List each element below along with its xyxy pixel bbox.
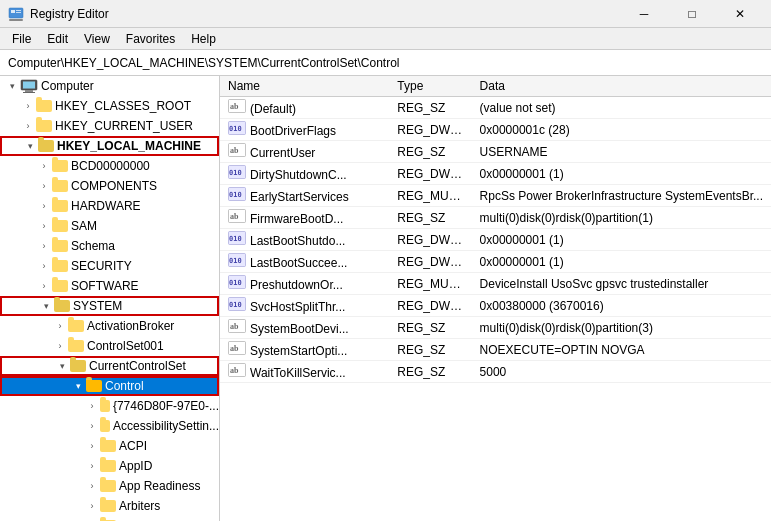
table-row[interactable]: 010DirtyShutdownC...REG_DWORD0x00000001 … [220,163,771,185]
expand-icon-security[interactable]: › [36,258,52,274]
svg-text:ab: ab [230,322,239,331]
menu-file[interactable]: File [4,30,39,48]
tree-item-hkcu[interactable]: › HKEY_CURRENT_USER [0,116,219,136]
table-row[interactable]: 010PreshutdownOr...REG_MULTI_SZDeviceIns… [220,273,771,295]
tree-item-hardware[interactable]: › HARDWARE [0,196,219,216]
tree-label-hklm: HKEY_LOCAL_MACHINE [57,139,201,153]
tree-item-accessibility[interactable]: › AccessibilitySettin... [0,416,219,436]
svg-text:ab: ab [230,366,239,375]
svg-text:ab: ab [230,344,239,353]
tree-item-system[interactable]: ▾ SYSTEM [0,296,219,316]
expand-icon-arb[interactable]: › [84,498,100,514]
menu-edit[interactable]: Edit [39,30,76,48]
tree-item-currentcontrolset[interactable]: ▾ CurrentControlSet [0,356,219,376]
tree-item-7746[interactable]: › {7746D80F-97E0-... [0,396,219,416]
svg-rect-4 [9,19,23,21]
reg-value-icon: ab [228,143,246,157]
folder-icon-software [52,280,68,292]
expand-icon-bcd[interactable]: › [36,158,52,174]
expand-icon-acc[interactable]: › [84,418,100,434]
reg-value-type: REG_MULTI_SZ [389,273,471,295]
expand-icon-appid[interactable]: › [84,458,100,474]
svg-text:ab: ab [230,102,239,111]
expand-icon-7746[interactable]: › [84,398,100,414]
expand-icon-hkcr[interactable]: › [20,98,36,114]
maximize-button[interactable]: □ [669,0,715,28]
col-header-name[interactable]: Name [220,76,389,97]
expand-icon-ccs[interactable]: ▾ [54,358,70,374]
expand-icon-ctrl[interactable]: ▾ [70,378,86,394]
tree-item-software[interactable]: › SOFTWARE [0,276,219,296]
table-row[interactable]: 010LastBootSuccee...REG_DWORD0x00000001 … [220,251,771,273]
reg-value-type: REG_SZ [389,207,471,229]
tree-item-hklm[interactable]: ▾ HKEY_LOCAL_MACHINE [0,136,219,156]
tree-item-components[interactable]: › COMPONENTS [0,176,219,196]
menu-view[interactable]: View [76,30,118,48]
expand-icon-system[interactable]: ▾ [38,298,54,314]
expand-icon-hklm[interactable]: ▾ [22,138,38,154]
table-row[interactable]: abCurrentUserREG_SZUSERNAME [220,141,771,163]
tree-item-sam[interactable]: › SAM [0,216,219,236]
folder-icon-acc [100,420,110,432]
expand-icon[interactable]: ▾ [4,78,20,94]
menu-favorites[interactable]: Favorites [118,30,183,48]
reg-value-data: multi(0)disk(0)rdisk(0)partition(1) [472,207,771,229]
right-panel[interactable]: Name Type Data ab(Default)REG_SZ(value n… [220,76,771,521]
registry-icon [8,6,24,22]
table-row[interactable]: abFirmwareBootD...REG_SZmulti(0)disk(0)r… [220,207,771,229]
tree-label-arb: Arbiters [119,499,160,513]
tree-item-arbiters[interactable]: › Arbiters [0,496,219,516]
tree-item-bcd[interactable]: › BCD00000000 [0,156,219,176]
expand-icon-hardware[interactable]: › [36,198,52,214]
reg-value-icon: ab [228,319,246,333]
table-row[interactable]: abWaitToKillServic...REG_SZ5000 [220,361,771,383]
tree-item-security[interactable]: › SECURITY [0,256,219,276]
tree-label-acpi: ACPI [119,439,147,453]
table-row[interactable]: abSystemBootDevi...REG_SZmulti(0)disk(0)… [220,317,771,339]
reg-value-data: (value not set) [472,97,771,119]
tree-item-audio[interactable]: › Audio [0,516,219,521]
reg-value-name: EarlyStartServices [250,190,349,204]
expand-icon-acpi[interactable]: › [84,438,100,454]
folder-icon-ab [68,320,84,332]
expand-icon-cs001[interactable]: › [52,338,68,354]
tree-item-controlset001[interactable]: › ControlSet001 [0,336,219,356]
tree-item-acpi[interactable]: › ACPI [0,436,219,456]
tree-label-appid: AppID [119,459,152,473]
table-row[interactable]: 010EarlyStartServicesREG_MULTI_SZRpcSs P… [220,185,771,207]
col-header-data[interactable]: Data [472,76,771,97]
minimize-button[interactable]: ─ [621,0,667,28]
tree-item-appid[interactable]: › AppID [0,456,219,476]
table-row[interactable]: 010SvcHostSplitThr...REG_DWORD0x00380000… [220,295,771,317]
expand-icon-appr[interactable]: › [84,478,100,494]
tree-item-computer[interactable]: ▾ Computer [0,76,219,96]
tree-label-bcd: BCD00000000 [71,159,150,173]
menu-help[interactable]: Help [183,30,224,48]
reg-value-icon: 010 [228,275,246,289]
expand-icon-hkcu[interactable]: › [20,118,36,134]
table-row[interactable]: abSystemStartOpti...REG_SZNOEXECUTE=OPTI… [220,339,771,361]
tree-label-appr: App Readiness [119,479,200,493]
tree-item-hkcr[interactable]: › HKEY_CLASSES_ROOT [0,96,219,116]
expand-icon-software[interactable]: › [36,278,52,294]
tree-item-appreadiness[interactable]: › App Readiness [0,476,219,496]
reg-value-icon: 010 [228,231,246,245]
reg-value-type: REG_DWORD [389,295,471,317]
tree-item-schema[interactable]: › Schema [0,236,219,256]
expand-icon-components[interactable]: › [36,178,52,194]
expand-icon-sam[interactable]: › [36,218,52,234]
svg-rect-1 [11,10,15,13]
col-header-type[interactable]: Type [389,76,471,97]
tree-item-activationbroker[interactable]: › ActivationBroker [0,316,219,336]
table-row[interactable]: ab(Default)REG_SZ(value not set) [220,97,771,119]
folder-icon-appid [100,460,116,472]
reg-value-data: USERNAME [472,141,771,163]
table-row[interactable]: 010LastBootShutdo...REG_DWORD0x00000001 … [220,229,771,251]
expand-icon-ab[interactable]: › [52,318,68,334]
table-row[interactable]: 010BootDriverFlagsREG_DWORD0x0000001c (2… [220,119,771,141]
close-button[interactable]: ✕ [717,0,763,28]
tree-panel[interactable]: ▾ Computer › HKEY_CLASSES_ROOT › HKEY_CU… [0,76,220,521]
address-path[interactable]: Computer\HKEY_LOCAL_MACHINE\SYSTEM\Curre… [8,56,763,70]
tree-item-control[interactable]: ▾ Control [0,376,219,396]
expand-icon-schema[interactable]: › [36,238,52,254]
